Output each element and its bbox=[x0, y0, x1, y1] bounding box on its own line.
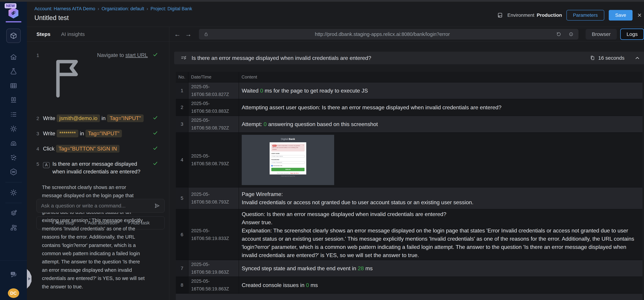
log-content-line: Page Wireframe: bbox=[242, 190, 640, 198]
forward-icon[interactable]: → bbox=[185, 31, 192, 37]
close-icon[interactable]: × bbox=[637, 12, 642, 19]
sidebar-item-gear[interactable] bbox=[6, 122, 21, 136]
check-icon bbox=[152, 51, 158, 57]
log-datetime: 2025-05-16T06:58:03.883Z bbox=[188, 99, 239, 116]
assert-checklist-icon bbox=[180, 55, 187, 61]
sidebar-divider bbox=[5, 203, 22, 203]
step-row-3[interactable]: 3Write ******** in Tag="INPUT" bbox=[36, 130, 158, 138]
text-part: Invalid credentials or access not grante… bbox=[242, 199, 474, 205]
log-no: 8 bbox=[176, 277, 188, 293]
sidebar-item-cube[interactable] bbox=[6, 28, 21, 43]
col-header-content: Content bbox=[239, 72, 642, 82]
mini-error-banner: Error Invalid credentials or access not … bbox=[271, 144, 304, 151]
url-text[interactable]: http://prod.dbank.staging-apps.relicx.ai… bbox=[208, 31, 556, 37]
header-actions: Environment Production Parameters Save × bbox=[497, 10, 642, 20]
log-row-2: 22025-05-16T06:58:03.883ZAttempting asse… bbox=[176, 99, 642, 116]
log-datetime: 2025-05-16T06:58:19.833Z bbox=[188, 209, 239, 260]
sidebar-item-gear[interactable] bbox=[6, 185, 21, 200]
sidebar-item-flask[interactable] bbox=[6, 64, 21, 78]
breadcrumb-link[interactable]: Project: Digital Bank bbox=[150, 6, 192, 11]
environment-label: Environment bbox=[508, 12, 534, 18]
logo-glyph-icon bbox=[10, 10, 16, 16]
tab-ai-insights[interactable]: AI insights bbox=[61, 31, 85, 37]
environment-value[interactable]: Production bbox=[537, 12, 562, 18]
info-icon[interactable] bbox=[568, 32, 574, 37]
breadcrumb-link[interactable]: Account: Harness AITA Demo bbox=[34, 6, 95, 11]
log-row-1: 12025-05-16T06:58:03.827ZWaited 0 ms for… bbox=[176, 82, 642, 99]
network-gear-icon bbox=[10, 224, 18, 232]
steps-tabs: Steps AI insights bbox=[27, 27, 169, 41]
col-header-datetime: Date/Time bbox=[188, 72, 239, 82]
gear-icon bbox=[10, 125, 18, 133]
text-part: Is there an error message displayed when… bbox=[52, 161, 140, 175]
log-datetime: 2025-05-16T06:58:19.863Z bbox=[188, 260, 239, 277]
text-part: Question: Is there an error message disp… bbox=[242, 211, 446, 217]
ask-command-input[interactable] bbox=[41, 203, 154, 209]
assertion-log-header[interactable]: Is there an error message displayed when… bbox=[174, 52, 644, 64]
step-row-5[interactable]: 5AIs there an error message displayed wh… bbox=[36, 160, 158, 176]
log-row-7: 72025-05-16T06:58:19.863ZSynced step sta… bbox=[176, 260, 642, 277]
text-part: Explanation: The screenshot clearly show… bbox=[242, 228, 634, 258]
support-icon bbox=[10, 139, 18, 147]
copy-icon[interactable] bbox=[590, 55, 595, 61]
cube-icon bbox=[10, 32, 18, 40]
sidebar-item-panels[interactable] bbox=[6, 93, 21, 107]
log-content-line: Answer true. bbox=[242, 218, 640, 227]
save-button[interactable]: Save bbox=[609, 10, 633, 20]
add-step-button[interactable]: + Add step bbox=[51, 220, 74, 226]
sidebar-item-list[interactable] bbox=[6, 107, 21, 122]
tab-logs[interactable]: Logs bbox=[620, 28, 644, 40]
sidebar-item-layers-gear[interactable] bbox=[6, 206, 21, 221]
mini-password-label: PASSWORD bbox=[271, 159, 304, 161]
pipeline-icon bbox=[10, 154, 18, 161]
gear-icon bbox=[10, 189, 18, 197]
back-icon[interactable]: ← bbox=[174, 31, 180, 37]
help-chat-button[interactable]: ? bbox=[6, 267, 21, 282]
panels-icon bbox=[10, 96, 18, 104]
mini-brand: Digital Bank bbox=[281, 137, 295, 141]
step-tag-badge: Tag="INPUT" bbox=[107, 114, 144, 122]
step-number: 4 bbox=[36, 145, 43, 153]
chevron-up-icon[interactable] bbox=[634, 55, 640, 61]
tab-steps[interactable]: Steps bbox=[36, 31, 50, 37]
app-header: Account: Harness AITA Demo›Organization:… bbox=[27, 2, 644, 27]
check-icon bbox=[152, 115, 158, 120]
add-assertion-button[interactable]: + Add assertion bbox=[84, 220, 117, 226]
breadcrumb-link[interactable]: Organization: default bbox=[102, 6, 144, 11]
sidebar-item-home[interactable] bbox=[6, 50, 21, 64]
sidebar-item-network-gear[interactable] bbox=[6, 221, 21, 235]
mini-remember-row: ✓ Remember Me bbox=[271, 165, 304, 167]
text-part: Navigate to bbox=[97, 52, 125, 58]
screenshot-thumbnail[interactable]: Digital Bank Error Invalid credentials o… bbox=[242, 135, 334, 185]
step-text: Is there an error message displayed when… bbox=[52, 160, 152, 176]
check-icon bbox=[152, 130, 158, 136]
parameters-button[interactable]: Parameters bbox=[566, 10, 604, 20]
step-row-1[interactable]: 1Navigate to start URL bbox=[36, 51, 158, 103]
user-avatar[interactable]: DC bbox=[8, 288, 19, 298]
step-row-4[interactable]: 4Click Tag="BUTTON" SIGN IN bbox=[36, 145, 158, 153]
step-row-2[interactable]: 2Write jsmith@demo.io in Tag="INPUT" bbox=[36, 115, 158, 122]
log-no: 6 bbox=[176, 209, 188, 260]
log-datetime: 2025-05-16T06:58:08.793Z bbox=[188, 187, 239, 209]
log-content-line: Waited 0 ms for the page to get ready to… bbox=[242, 86, 640, 95]
log-no: 5 bbox=[176, 187, 188, 209]
sidebar-item-support[interactable] bbox=[6, 136, 21, 150]
add-task-button[interactable]: + Add task bbox=[127, 220, 150, 226]
new-badge: NEW bbox=[4, 3, 16, 8]
steps-panel: Steps AI insights 1Navigate to start URL… bbox=[27, 27, 169, 300]
harness-logo[interactable]: NEW bbox=[8, 7, 19, 18]
reload-icon[interactable] bbox=[556, 32, 561, 37]
flask-icon bbox=[10, 67, 18, 75]
step-number: 1 bbox=[36, 51, 43, 59]
check-icon bbox=[152, 145, 158, 151]
log-table-footer bbox=[176, 294, 642, 300]
step-number: 3 bbox=[36, 130, 43, 137]
send-icon[interactable] bbox=[154, 203, 160, 209]
log-content-line: Attempting assert user question: Is ther… bbox=[242, 103, 640, 111]
sidebar-item-infinity[interactable] bbox=[6, 165, 21, 179]
tab-browser[interactable]: Browser bbox=[586, 29, 617, 39]
address-bar: http://prod.dbank.staging-apps.relicx.ai… bbox=[199, 29, 578, 39]
log-content: Attempting assert user question: Is ther… bbox=[239, 99, 642, 116]
sidebar-item-pipeline[interactable] bbox=[6, 150, 21, 165]
sidebar-item-grid[interactable] bbox=[6, 78, 21, 93]
